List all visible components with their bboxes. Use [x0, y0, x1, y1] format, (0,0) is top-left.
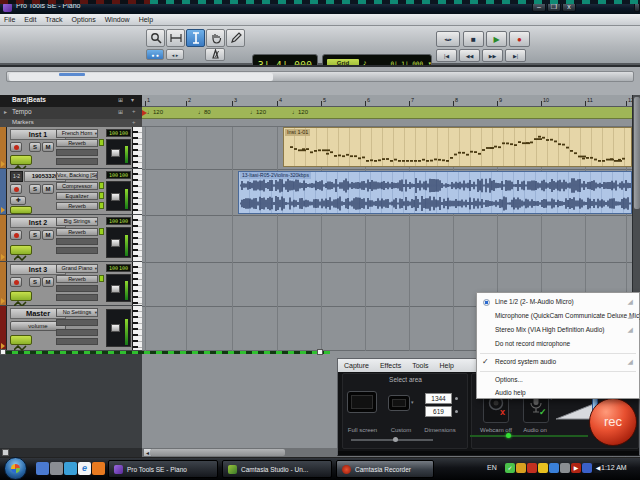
track-expand-icon[interactable]	[1, 254, 5, 260]
track-expand-icon[interactable]	[1, 207, 5, 213]
metronome-button[interactable]	[205, 48, 225, 61]
trim-tool-button[interactable]	[166, 29, 185, 47]
menu-edit[interactable]: Edit	[24, 16, 36, 23]
record-enable-button[interactable]	[10, 184, 22, 194]
zoom-horizontal-button[interactable]: ◂ ▸	[166, 49, 184, 60]
insert-slot-empty[interactable]	[56, 329, 98, 336]
insert-slot-empty[interactable]	[56, 294, 98, 301]
overview-active-range[interactable]	[9, 73, 273, 81]
menu-item-options[interactable]: Options...	[478, 374, 638, 387]
keyboard-focus-icon[interactable]	[2, 449, 9, 456]
tempo-expand-icon[interactable]: ▸	[4, 108, 7, 115]
midi-clip[interactable]: Inst 1-01	[283, 127, 632, 167]
record-enable-button[interactable]	[10, 142, 22, 152]
mini-keyboard[interactable]	[132, 127, 142, 168]
tempo-event[interactable]: ♩120	[250, 109, 266, 115]
menu-item-record-system-audio[interactable]: ✓ Record system audio ◢	[478, 356, 638, 369]
tray-icon[interactable]: ✓	[505, 463, 515, 473]
insert-slot-empty[interactable]	[56, 238, 98, 245]
recording-region-handle[interactable]	[0, 349, 6, 355]
record-enable-button[interactable]	[10, 277, 22, 287]
pre-post-roll-button[interactable]: ◂▴▸	[436, 31, 460, 47]
ruler-header-tempo[interactable]: ▸ Tempo ⊞ +	[0, 107, 142, 119]
insert-slot[interactable]: Reverb	[56, 139, 98, 147]
master-inserts-selector[interactable]: No Settings▾	[56, 308, 98, 317]
instrument-selector[interactable]: Grand Piano▾	[56, 264, 98, 273]
zoom-toggle-button[interactable]: ● ●	[146, 49, 164, 60]
custom-dropdown-icon[interactable]: ▾	[411, 399, 414, 405]
insert-slot-empty[interactable]	[56, 247, 98, 254]
insert-slot-empty[interactable]	[56, 158, 98, 165]
full-screen-icon[interactable]	[347, 391, 377, 413]
zoom-tool-button[interactable]	[146, 29, 165, 47]
volume-fader[interactable]	[106, 227, 131, 258]
master-volume-fader[interactable]	[106, 309, 131, 347]
pencil-tool-button[interactable]	[226, 29, 245, 47]
menu-item-no-microphone[interactable]: Do not record microphone	[478, 338, 638, 351]
markers-ruler[interactable]	[142, 119, 632, 127]
instrument-selector[interactable]: French Horn▾	[56, 129, 98, 138]
quick-launch-icon[interactable]	[64, 462, 77, 475]
camtasia-menu-help[interactable]: Help	[440, 362, 454, 369]
automation-button[interactable]	[10, 155, 32, 165]
rewind-button[interactable]: ◀◀	[459, 49, 480, 62]
go-to-start-button[interactable]: |◀	[436, 49, 457, 62]
insert-slot[interactable]: Compressor	[56, 182, 98, 190]
volume-fader[interactable]	[106, 181, 131, 211]
tempo-event[interactable]: ♩80	[198, 109, 211, 115]
rec-button[interactable]: rec	[589, 398, 637, 446]
quick-launch-icon[interactable]	[50, 462, 63, 475]
camtasia-menu-tools[interactable]: Tools	[412, 362, 428, 369]
mini-keyboard[interactable]	[132, 262, 142, 305]
area-slider-handle[interactable]	[393, 437, 398, 442]
mute-button[interactable]: M	[42, 184, 54, 194]
menu-item-line-1-2[interactable]: Line 1/2 (2- M-Audio Micro) ◢	[478, 296, 638, 309]
tray-icon[interactable]	[582, 463, 592, 473]
solo-button[interactable]: S	[29, 184, 41, 194]
insert-slot[interactable]: Reverb	[56, 275, 98, 283]
quick-launch-icon[interactable]	[36, 462, 49, 475]
start-button[interactable]	[4, 457, 27, 480]
automation-button[interactable]	[10, 291, 32, 301]
insert-slot-empty[interactable]	[56, 319, 98, 326]
solo-button[interactable]: S	[29, 142, 41, 152]
play-button[interactable]: ▶	[486, 31, 507, 47]
mini-keyboard[interactable]	[132, 169, 142, 214]
grabber-tool-button[interactable]	[206, 29, 225, 47]
instrument-selector[interactable]: Big Strings▾	[56, 217, 98, 226]
go-to-end-button[interactable]: ▶|	[505, 49, 526, 62]
markers-add-icon[interactable]: +	[132, 119, 136, 125]
overview-scrollbar[interactable]	[6, 71, 634, 82]
tray-icon[interactable]	[538, 463, 548, 473]
lock-icon[interactable]	[455, 410, 458, 413]
lock-icon[interactable]	[455, 397, 458, 400]
tray-icon[interactable]: ▶	[571, 463, 581, 473]
taskbar-button-pro-tools[interactable]: Pro Tools SE - Piano	[108, 460, 218, 478]
insert-slot-empty[interactable]	[56, 149, 98, 156]
area-slider[interactable]	[351, 439, 433, 441]
stop-button[interactable]: ■	[463, 31, 484, 47]
dimension-width-input[interactable]: 1344	[425, 393, 452, 404]
taskbar-button-camtasia-recorder[interactable]: Camtasia Recorder	[336, 460, 434, 478]
volume-fader[interactable]	[106, 139, 131, 165]
insert-slot[interactable]: Reverb	[56, 202, 98, 210]
camtasia-menu-capture[interactable]: Capture	[344, 362, 369, 369]
custom-area-icon[interactable]	[388, 395, 410, 411]
taskbar-button-camtasia-studio[interactable]: Camtasia Studio - Un...	[222, 460, 332, 478]
automation-button[interactable]	[10, 206, 32, 214]
insert-slot[interactable]: Equalizer	[56, 192, 98, 200]
track-inst-1[interactable]: Inst 1 S M French Horn▾ Reverb 100100	[0, 127, 142, 169]
insert-slot[interactable]: Reverb	[56, 228, 98, 236]
ruler-dropdown-icon[interactable]: ▾	[131, 96, 134, 103]
camtasia-menu-effects[interactable]: Effects	[380, 362, 401, 369]
track-inst-3[interactable]: Inst 3 S M Grand Piano▾ Reverb 100100	[0, 262, 142, 306]
custom-label[interactable]: Custom	[386, 427, 416, 433]
menu-item-audio-help[interactable]: Audio help	[478, 387, 638, 400]
mute-button[interactable]: M	[42, 142, 54, 152]
audio-clip[interactable]: 13-Itasi-R05-2Violins-320kbps	[238, 171, 632, 214]
solo-button[interactable]: S	[29, 277, 41, 287]
menu-file[interactable]: File	[4, 16, 15, 23]
menu-help[interactable]: Help	[139, 16, 153, 23]
ruler-header-bars-beats[interactable]: Bars|Beats ⊞ ▾	[0, 95, 142, 107]
menu-window[interactable]: Window	[105, 16, 130, 23]
